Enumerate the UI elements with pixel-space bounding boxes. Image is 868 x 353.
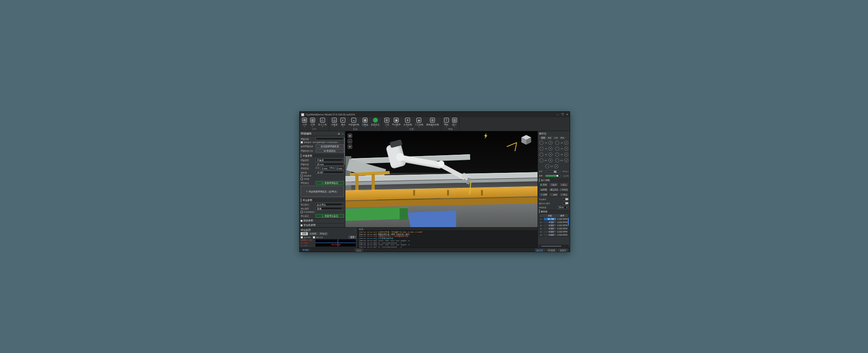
jog-minus-button[interactable]: − (555, 147, 559, 151)
seam-type-select[interactable]: 平角焊▾ (316, 158, 344, 162)
table-row[interactable]: J54.000 °0.000 RPM (539, 230, 568, 233)
update-weld-pose-button[interactable]: ↻更新焊接姿态 (316, 181, 344, 185)
fit-view-icon[interactable]: ⊠ (348, 134, 352, 138)
auto-pick-track-button[interactable]: 自动选择焊缝轨迹 (316, 144, 344, 148)
sync-pose-button[interactable]: ↻同步更新焊接姿态（起/终点） (301, 186, 344, 197)
table-row[interactable]: J196.736 °0.000 RPM (539, 217, 568, 220)
seam-name-input[interactable] (316, 137, 344, 140)
log-panel[interactable]: 日志 [05/18 16:42:02] 自动寻位完成：寻位偏差【0.000，0.… (358, 228, 538, 248)
speed-progress-bar[interactable] (545, 175, 561, 177)
monitor-tab-3d-calib[interactable]: 3D标定 (318, 232, 328, 235)
tab-joint[interactable]: 关节 (540, 136, 546, 139)
dry-run-button[interactable]: ▷空运行 (559, 187, 569, 192)
jog-plus-button[interactable]: + (548, 141, 552, 145)
slider-knob[interactable] (554, 171, 557, 173)
ribbon-button-tools[interactable]: ⚙工具▾ (383, 118, 391, 127)
positioner-params-section[interactable]: 变位机参数 (301, 223, 344, 227)
jog-plus-button[interactable]: + (548, 147, 552, 151)
pan-view-icon[interactable]: ⊕ (348, 144, 352, 149)
jog-minus-button[interactable]: − (539, 153, 543, 157)
tabs-scroll-right-icon[interactable]: › (566, 136, 566, 139)
step-slider[interactable] (545, 171, 561, 172)
simulate-mode-toggle[interactable] (562, 202, 569, 205)
minimize-button[interactable]: — (557, 112, 559, 117)
tabs-scroll-left-icon[interactable]: ‹ (539, 136, 540, 139)
reset-button[interactable]: 重置 (349, 236, 356, 239)
jog-minus-button[interactable]: − (555, 158, 559, 162)
seam-panel-scrollbar[interactable] (344, 138, 345, 165)
cancel-icon[interactable]: ✕ (338, 132, 340, 135)
jog-plus-button[interactable]: + (564, 153, 568, 157)
jog-minus-button[interactable]: − (555, 141, 559, 145)
back-distance-select[interactable]: 10mm▾ (557, 206, 569, 209)
ribbon-button-mode[interactable]: ◐模式▾ (339, 118, 347, 127)
view3d-area-tab[interactable]: 3D视图 (546, 248, 557, 252)
jog-plus-button[interactable]: + (564, 147, 568, 151)
close-button[interactable]: ✕ (566, 112, 568, 117)
reset-button[interactable]: ↺复位 (559, 192, 569, 197)
jog-minus-button[interactable]: − (545, 164, 549, 168)
monitor-tab-contour[interactable]: 轮廓图 (308, 232, 318, 235)
table-scrollbar[interactable] (568, 218, 569, 226)
pause-button[interactable]: ||暂停 (549, 182, 558, 187)
ribbon-button-process-params[interactable]: ◈工艺参数▾ (414, 118, 425, 127)
seam-use-checkbox[interactable]: 焊缝使用（选中侧焊缝使用【先选后内缝】） (301, 141, 344, 143)
jog-minus-button[interactable]: − (539, 147, 543, 151)
reverse-track-button[interactable]: ⇄轨迹反向 (316, 149, 344, 153)
locate-type-select[interactable]: 普通▾ (316, 207, 344, 210)
ribbon-button-global-params[interactable]: ✳全局参数▾ (402, 118, 413, 127)
jog-plus-button[interactable]: + (554, 164, 558, 168)
settings-button[interactable]: ⚙设置 (539, 192, 548, 197)
range-start-input[interactable]: 0 mm (321, 167, 330, 170)
jog-minus-button[interactable]: − (539, 141, 543, 145)
stop-button[interactable]: ■停止 (559, 182, 569, 187)
backward-button[interactable]: ◀回退 (539, 187, 548, 192)
jog-minus-button[interactable]: − (539, 158, 543, 162)
show-wave-checkbox[interactable] (301, 236, 303, 239)
maximize-button[interactable]: ❐ (561, 112, 564, 117)
layout-tab[interactable]: 布局区 (301, 248, 311, 251)
tab-tool[interactable]: 工具 (553, 136, 558, 139)
table-row[interactable]: J64.000 °0.000 RPM (539, 233, 568, 236)
seam-length-input[interactable]: 25 mm (316, 162, 344, 166)
home-view-icon[interactable]: ⌂ (348, 139, 352, 143)
ribbon-button-teach-pendant[interactable]: ◎示教器▾ (330, 118, 339, 127)
feed-button[interactable]: →进给 (549, 192, 558, 197)
navigation-cube[interactable] (520, 134, 532, 148)
rotate-angle-input[interactable]: 16.90° (316, 171, 344, 174)
camera-watch-checkbox[interactable] (313, 236, 315, 239)
tab-base[interactable]: 基座 (559, 136, 565, 139)
confirm-icon[interactable]: ✓ (342, 132, 344, 135)
locate-mode-select[interactable]: 起点寻位▾ (316, 203, 344, 206)
ribbon-button-plc-config[interactable]: ▣PLC配置▾ (391, 118, 402, 127)
monitor-tab-raw[interactable]: 原图 (301, 232, 308, 235)
manual-adjust-checkbox[interactable]: 手动调整寻位 (301, 211, 344, 213)
expand-dots-icon[interactable]: ∷ (355, 229, 356, 231)
jog-setting-link[interactable]: 点动设置 (562, 175, 569, 176)
ribbon-button-external-axis[interactable]: ◒外部轴控制▾ (347, 118, 360, 127)
ribbon-button-import-3d[interactable]: ◇导入三维▾ (317, 118, 328, 127)
track-params-section[interactable]: 跟踪参数 (301, 219, 344, 222)
camera-view[interactable]: 相机未连接 (315, 239, 356, 247)
jog-plus-button[interactable]: + (564, 141, 568, 145)
jog-plus-button[interactable]: + (564, 158, 568, 162)
breakpoint-locate-button[interactable]: »断点定位 (549, 187, 558, 192)
jog-plus-button[interactable]: + (548, 153, 552, 157)
speed-progress-knob[interactable] (557, 175, 558, 176)
start-button[interactable]: ▶开始 (539, 182, 548, 187)
jog-minus-button[interactable]: − (555, 153, 559, 157)
weave-checkbox[interactable]: 摆动焊 (301, 178, 344, 180)
jog-plus-button[interactable]: + (548, 158, 552, 162)
table-row[interactable]: J34.000 °0.000 RPM (539, 224, 568, 227)
single-step-toggle[interactable] (562, 198, 569, 200)
tab-cartesian[interactable]: 直角 (547, 136, 552, 139)
update-locate-pose-button[interactable]: ↻更新寻位姿态 (316, 214, 344, 218)
multi-seg-checkbox[interactable]: 多段焊缝 (301, 175, 344, 177)
table-row[interactable]: J44.000 °0.000 RPM (539, 227, 568, 230)
range-end-input[interactable]: 0 mm (335, 167, 344, 170)
ribbon-button-offline-params[interactable]: ⊞离线编程参数▾ (425, 118, 440, 127)
ribbon-button-open[interactable]: ▧打开▾ (309, 118, 316, 127)
console-horizontal-scrollbar[interactable] (539, 245, 569, 247)
ribbon-button-teach-box[interactable]: ▦示教盒▾ (361, 118, 369, 127)
ribbon-button-machine-status[interactable]: ●机器状态▾ (370, 118, 381, 127)
